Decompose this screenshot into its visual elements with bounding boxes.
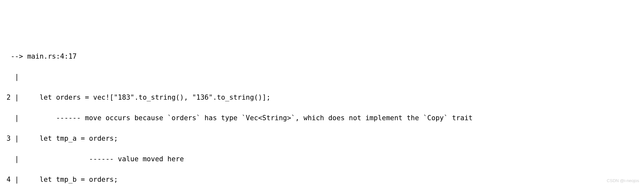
output-line: | ------ move occurs because `orders` ha… [7, 113, 644, 123]
output-line: 3 | let tmp_a = orders; [7, 134, 644, 144]
output-line: 4 | let tmp_b = orders; [7, 175, 644, 185]
output-line: --> main.rs:4:17 [7, 51, 644, 62]
output-line: | ------ value moved here [7, 154, 644, 165]
output-line: | [7, 72, 644, 82]
watermark-text: CSDN @i-neojos [607, 178, 639, 184]
compiler-output: --> main.rs:4:17 | 2 | let orders = vec!… [0, 41, 644, 187]
output-line: 2 | let orders = vec!["183".to_string(),… [7, 93, 644, 103]
